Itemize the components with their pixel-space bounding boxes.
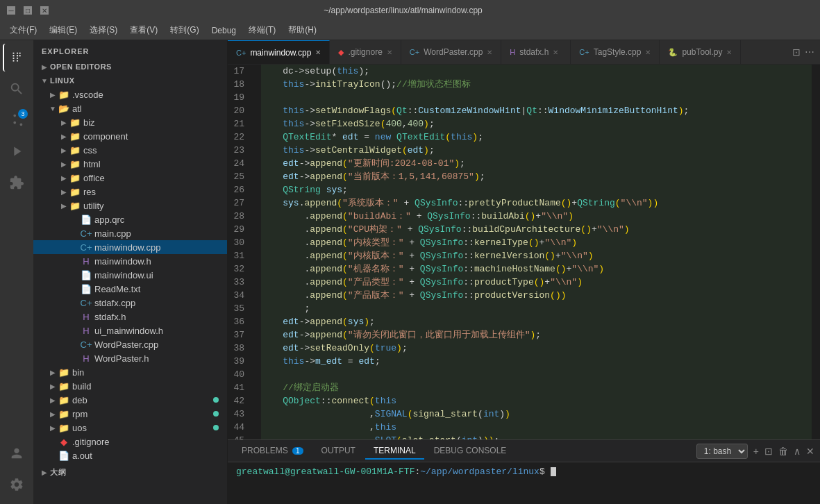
menu-item-转到g[interactable]: 转到(G) bbox=[165, 22, 204, 38]
minimize-button[interactable]: ─ bbox=[7, 6, 15, 15]
git-file-icon: ◆ bbox=[58, 436, 69, 447]
sidebar-item-mainwindow-h[interactable]: H mainwindow.h bbox=[33, 254, 227, 268]
sidebar-item-uos[interactable]: ▶ 📁 uos bbox=[33, 421, 227, 435]
sidebar-item-mainwindow-cpp[interactable]: C+ mainwindow.cpp bbox=[33, 240, 227, 254]
sidebar-item-component[interactable]: ▶ 📁 component bbox=[33, 129, 227, 143]
activity-explorer[interactable] bbox=[3, 44, 31, 72]
css-label: css bbox=[83, 145, 97, 156]
tab-mainwindow-cpp[interactable]: C+ mainwindow.cpp ✕ bbox=[228, 40, 330, 65]
close-button[interactable]: ✕ bbox=[40, 6, 49, 15]
folder-icon: 📁 bbox=[69, 158, 81, 169]
sidebar-item-wordpaster-cpp[interactable]: C+ WordPaster.cpp bbox=[33, 337, 227, 351]
tab-close-button[interactable]: ✕ bbox=[315, 49, 321, 56]
menu-bar: 文件(F)编辑(E)选择(S)查看(V)转到(G)Debug终端(T)帮助(H) bbox=[0, 21, 820, 40]
stdafx-cpp-label: stdafx.cpp bbox=[94, 298, 135, 308]
sidebar-item-readme[interactable]: 📄 ReadMe.txt bbox=[33, 282, 227, 296]
sidebar-item-deb[interactable]: ▶ 📁 deb bbox=[33, 393, 227, 407]
sidebar-item-stdafx-cpp[interactable]: C+ stdafx.cpp bbox=[33, 296, 227, 310]
activity-account[interactable] bbox=[3, 439, 31, 467]
menu-item-查看v[interactable]: 查看(V) bbox=[124, 22, 163, 38]
menu-item-帮助h[interactable]: 帮助(H) bbox=[283, 22, 322, 38]
code-editor[interactable]: 17 18 19 20 21 22 23 24 25 26 27 28 29 3… bbox=[228, 65, 820, 439]
cpp-tagstyle-tab-icon: C+ bbox=[579, 48, 589, 56]
menu-item-文件f[interactable]: 文件(F) bbox=[4, 22, 42, 38]
sidebar-item-wordpaster-h[interactable]: H WordPaster.h bbox=[33, 351, 227, 365]
panel-tab-problems[interactable]: PROBLEMS 1 bbox=[233, 443, 312, 460]
tab-tagstyle-close[interactable]: ✕ bbox=[645, 49, 651, 56]
more-tabs-icon[interactable]: ⋯ bbox=[805, 47, 814, 58]
sidebar-item-atl[interactable]: ▼ 📂 atl bbox=[33, 101, 227, 115]
no-arrow bbox=[69, 242, 81, 253]
sidebar-item-vscode[interactable]: ▶ 📁 .vscode bbox=[33, 87, 227, 101]
sidebar-item-res[interactable]: ▶ 📁 res bbox=[33, 185, 227, 199]
sidebar-item-stdafx-h[interactable]: H stdafx.h bbox=[33, 310, 227, 324]
tab-gitignore-close[interactable]: ✕ bbox=[387, 49, 392, 56]
activity-search[interactable] bbox=[3, 75, 31, 103]
folder-icon: 📁 bbox=[69, 117, 81, 128]
activity-settings[interactable] bbox=[3, 471, 31, 498]
sidebar-item-css[interactable]: ▶ 📁 css bbox=[33, 143, 227, 157]
sidebar-item-utility[interactable]: ▶ 📁 utility bbox=[33, 199, 227, 212]
code-line-19 bbox=[261, 91, 812, 104]
tab-pubtool-close[interactable]: ✕ bbox=[726, 49, 732, 56]
tab-wordpaster-cpp[interactable]: C+ WordPaster.cpp ✕ bbox=[401, 40, 502, 65]
split-editor-icon[interactable]: ⊡ bbox=[792, 47, 801, 58]
tab-gitignore[interactable]: ◆ .gitignore ✕ bbox=[330, 40, 401, 65]
panel-tab-output[interactable]: OUTPUT bbox=[313, 443, 364, 460]
output-label: OUTPUT bbox=[321, 446, 355, 455]
deb-folder-icon: 📁 bbox=[58, 394, 69, 405]
sidebar-item-main-cpp[interactable]: C+ main.cpp bbox=[33, 226, 227, 240]
build-folder-icon: 📁 bbox=[58, 380, 69, 392]
h-ui-mainwindow-icon: H bbox=[81, 325, 92, 336]
chevron-right-icon: ▶ bbox=[47, 408, 58, 419]
sidebar-item-mainwindow-ui[interactable]: 📄 mainwindow.ui bbox=[33, 268, 227, 282]
terminal-dollar: $ bbox=[539, 467, 551, 477]
menu-item-debug[interactable]: Debug bbox=[206, 24, 242, 37]
sidebar-item-app-qrc[interactable]: 📄 app.qrc bbox=[33, 212, 227, 226]
tab-pubtool-py[interactable]: 🐍 pubTool.py ✕ bbox=[660, 40, 741, 65]
activity-source-control[interactable]: 3 bbox=[3, 106, 31, 134]
terminal-selector[interactable]: 1: bash bbox=[696, 444, 748, 459]
menu-item-编辑e[interactable]: 编辑(E) bbox=[44, 22, 83, 38]
tab-tagstyle-cpp[interactable]: C+ TagStyle.cpp ✕ bbox=[571, 40, 660, 65]
menu-item-选择s[interactable]: 选择(S) bbox=[84, 22, 123, 38]
sidebar-section-outline[interactable]: ▶ 大纲 bbox=[33, 465, 227, 479]
tab-stdafx-close[interactable]: ✕ bbox=[553, 49, 558, 56]
code-line-27: sys.append("系统版本：" + QSysInfo::prettyPro… bbox=[261, 196, 812, 210]
activity-extensions[interactable] bbox=[3, 169, 31, 196]
sidebar-item-gitignore[interactable]: ◆ .gitignore bbox=[33, 435, 227, 448]
sidebar-item-rpm[interactable]: ▶ 📁 rpm bbox=[33, 407, 227, 421]
editor-scrollbar[interactable] bbox=[812, 65, 820, 439]
linux-label: LINUX bbox=[50, 76, 75, 85]
sidebar-item-office[interactable]: ▶ 📁 office bbox=[33, 171, 227, 185]
sidebar-item-bin[interactable]: ▶ 📁 bin bbox=[33, 365, 227, 379]
split-terminal-icon[interactable]: ⊡ bbox=[764, 446, 773, 457]
sidebar-item-ui-mainwindow-h[interactable]: H ui_mainwindow.h bbox=[33, 324, 227, 337]
qrc-file-icon: 📄 bbox=[81, 214, 92, 225]
sidebar-item-build[interactable]: ▶ 📁 build bbox=[33, 379, 227, 393]
close-panel-icon[interactable]: ✕ bbox=[806, 446, 814, 457]
sidebar-item-a-out[interactable]: 📄 a.out bbox=[33, 448, 227, 462]
stdafx-h-label: stdafx.h bbox=[94, 312, 126, 322]
code-line-37: edt->append("请勿关闭此窗口，此窗口用于加载上传组件"); bbox=[261, 328, 812, 342]
panel-tab-debug-console[interactable]: DEBUG CONSOLE bbox=[426, 443, 515, 460]
main-layout: 3 EXPLORER bbox=[0, 40, 820, 504]
tab-stdafx-h[interactable]: H stdafx.h ✕ bbox=[501, 40, 571, 65]
sidebar-item-biz[interactable]: ▶ 📁 biz bbox=[33, 115, 227, 129]
add-terminal-icon[interactable]: + bbox=[753, 446, 759, 457]
activity-run[interactable] bbox=[3, 137, 31, 165]
res-label: res bbox=[83, 187, 96, 197]
sidebar-item-html[interactable]: ▶ 📁 html bbox=[33, 157, 227, 171]
chevron-right-icon: ▶ bbox=[39, 467, 50, 478]
tab-wordpaster-close[interactable]: ✕ bbox=[487, 49, 492, 56]
sidebar-section-open-editors[interactable]: ▶ OPEN EDITORS bbox=[33, 60, 227, 74]
code-content[interactable]: dc->setup(this); this->initTrayIcon();//… bbox=[256, 65, 812, 439]
maximize-button[interactable]: □ bbox=[24, 6, 32, 15]
sidebar-section-linux[interactable]: ▼ LINUX bbox=[33, 74, 227, 87]
chevron-down-icon: ▼ bbox=[47, 103, 58, 114]
maximize-panel-icon[interactable]: ∧ bbox=[794, 446, 801, 457]
no-arrow bbox=[69, 255, 81, 267]
menu-item-终端t[interactable]: 终端(T) bbox=[243, 22, 281, 38]
kill-terminal-icon[interactable]: 🗑 bbox=[778, 446, 788, 457]
panel-tab-terminal[interactable]: TERMINAL bbox=[365, 443, 424, 460]
